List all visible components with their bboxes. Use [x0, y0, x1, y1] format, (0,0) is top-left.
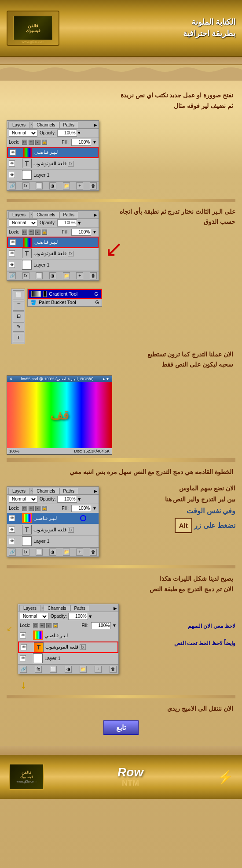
del-btn-1[interactable]: 🗑	[90, 182, 97, 189]
eye-4-2[interactable]: 👁	[21, 644, 27, 650]
eye-4-1[interactable]: 👁	[20, 632, 26, 638]
tab-channels-3[interactable]: Channels	[33, 488, 59, 494]
opacity-input-1[interactable]	[57, 130, 77, 137]
link-btn-3[interactable]: 🔗	[9, 549, 16, 556]
tab-paths-4[interactable]: Paths	[70, 605, 90, 611]
layer-text-4[interactable]: 👁 T قلعة الفوتوشوب fx	[18, 642, 118, 653]
folder-btn-3[interactable]: 📁	[63, 549, 70, 556]
layer-colorbar-4[interactable]: 👁 لـيـر فـاضـي	[18, 630, 118, 642]
new-btn-2[interactable]: +	[76, 272, 83, 279]
lock-move-1[interactable]: ✛	[29, 140, 34, 145]
layer-bg-1[interactable]: 👁 Layer 1	[7, 170, 99, 181]
lock4-2[interactable]: 🔒	[42, 230, 47, 235]
layer-bg-2[interactable]: 👁 Layer 1	[7, 260, 99, 271]
style-btn-1[interactable]: fx	[22, 182, 29, 189]
eye-icon-1[interactable]: 👁	[10, 149, 16, 156]
layer-gradient-2[interactable]: 👁 لـيـر فـاضـي	[7, 237, 99, 248]
lock-icon-1[interactable]: □	[22, 140, 27, 145]
lock3-4[interactable]: /	[46, 623, 51, 628]
folder-btn-1[interactable]: 📁	[63, 182, 70, 189]
tab-channels-1[interactable]: Channels	[33, 122, 59, 128]
lock3-2[interactable]: /	[35, 230, 40, 235]
lock-all-1[interactable]: 🔒	[42, 140, 47, 145]
gradient-tool-item[interactable]: Gradient Tool G	[28, 289, 102, 299]
lock3-3[interactable]: /	[35, 506, 40, 511]
eye-3-2[interactable]: 👁	[9, 527, 15, 533]
eye-2-1[interactable]: 👁	[10, 239, 16, 245]
layer-gradient-1[interactable]: 👁 لـيـر فـاضـي	[7, 147, 99, 158]
eye-icon-3[interactable]: 👁	[9, 172, 15, 178]
panel4-menu[interactable]: ▶	[114, 606, 117, 611]
layer-text-2[interactable]: 👁 T قلعة الفوتوشوب fx	[7, 248, 99, 260]
opacity-4[interactable]	[68, 613, 88, 620]
eye-2-3[interactable]: 👁	[9, 262, 15, 268]
blend-mode-select-1[interactable]: Normal	[9, 130, 37, 137]
eye-4-3[interactable]: 👁	[20, 655, 26, 661]
new-btn-3[interactable]: +	[76, 549, 83, 556]
del-btn-2[interactable]: 🗑	[90, 272, 97, 279]
mask-btn-2[interactable]: ⬜	[36, 272, 43, 279]
new-btn-1[interactable]: +	[76, 182, 83, 189]
eye-3-1[interactable]: 👁	[9, 515, 15, 521]
lock2-2[interactable]: ✛	[29, 230, 34, 235]
panel-menu-btn[interactable]: ▶	[94, 122, 97, 127]
opacity-3[interactable]	[57, 496, 77, 503]
layer-bg-4[interactable]: 👁 Layer 1	[18, 653, 118, 664]
tool-crop[interactable]: ⊟	[13, 312, 24, 321]
layer-text-3[interactable]: 👁 T قلعة الفوتوشوب fx	[7, 524, 99, 536]
lock4-4[interactable]: 🔒	[53, 623, 58, 628]
tool-clone[interactable]: ✎	[13, 322, 24, 332]
follow-button[interactable]: تابع	[103, 720, 139, 735]
tab-paths-1[interactable]: Paths	[59, 122, 79, 128]
tab-layers-1[interactable]: Layers	[8, 122, 29, 128]
layer-bg-3[interactable]: 👁 Layer 1	[7, 536, 99, 547]
eye-2-2[interactable]: 👁	[9, 250, 15, 256]
fill-4[interactable]	[91, 622, 111, 629]
layer-colorbar-3[interactable]: 👁 لـيـر فـاضـي	[7, 513, 99, 524]
lock4-3[interactable]: 🔒	[42, 506, 47, 511]
style-btn-2[interactable]: fx	[22, 272, 29, 279]
fill-input-1[interactable]	[71, 139, 91, 146]
tab-paths-2[interactable]: Paths	[59, 211, 79, 218]
fill-3[interactable]	[71, 505, 91, 512]
style-btn-3[interactable]: fx	[22, 549, 29, 556]
link-btn-1[interactable]: 🔗	[9, 182, 16, 189]
mask-btn-3[interactable]: ⬜	[36, 549, 43, 556]
del-btn-4[interactable]: 🗑	[110, 666, 117, 673]
tab-layers-2[interactable]: Layers	[8, 211, 29, 218]
fill-2[interactable]	[71, 229, 91, 236]
tab-channels-2[interactable]: Channels	[33, 211, 59, 218]
adj-btn-1[interactable]: ◑	[49, 182, 56, 189]
canvas-close-btn[interactable]: ✕	[9, 377, 13, 381]
link-btn-2[interactable]: 🔗	[9, 272, 16, 279]
del-btn-3[interactable]: 🗑	[90, 549, 97, 556]
tab-channels-4[interactable]: Channels	[44, 605, 70, 611]
lock1-2[interactable]: □	[22, 230, 27, 235]
new-btn-4[interactable]: +	[95, 666, 102, 673]
tab-paths-3[interactable]: Paths	[59, 488, 79, 494]
tab-layers-4[interactable]: Layers	[19, 605, 40, 612]
mask-btn-4[interactable]: ⬜	[50, 666, 57, 673]
lock1-3[interactable]: □	[22, 506, 27, 511]
eye-3-3[interactable]: 👁	[9, 538, 15, 544]
folder-btn-2[interactable]: 📁	[63, 272, 70, 279]
opacity-2[interactable]	[57, 219, 77, 226]
panel3-menu[interactable]: ▶	[94, 489, 97, 493]
blend-select-4[interactable]: Normal	[20, 613, 48, 620]
link-btn-4[interactable]: 🔗	[20, 666, 27, 673]
panel2-menu[interactable]: ▶	[94, 212, 97, 217]
folder-btn-4[interactable]: 📁	[80, 666, 87, 673]
eye-icon-2[interactable]: 👁	[9, 160, 15, 167]
tool-rect[interactable]: ⬜	[13, 290, 24, 300]
layer-text-1[interactable]: 👁 T قلعة الفوتوشوب fx	[7, 158, 99, 170]
lock2-4[interactable]: ✛	[40, 623, 45, 628]
mask-btn-1[interactable]: ⬜	[36, 182, 43, 189]
tab-layers-3[interactable]: Layers	[8, 488, 29, 494]
lock1-4[interactable]: □	[33, 623, 38, 628]
tool-lasso[interactable]: ⌒	[13, 301, 24, 311]
style-btn-4[interactable]: fx	[35, 666, 42, 673]
adj-btn-4[interactable]: ◑	[65, 666, 72, 673]
blend-select-3[interactable]: Normal	[9, 496, 37, 503]
tool-text[interactable]: T	[13, 333, 24, 342]
adj-btn-2[interactable]: ◑	[49, 272, 56, 279]
